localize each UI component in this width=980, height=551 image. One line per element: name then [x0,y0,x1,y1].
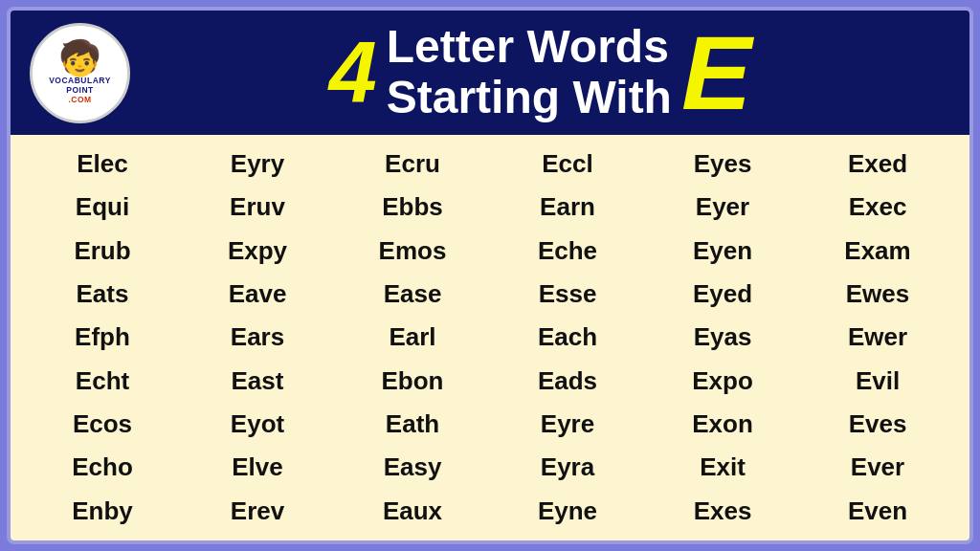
word-cell: Eyer [645,186,800,229]
word-cell: Elec [25,143,180,186]
word-cell: Eaux [335,490,490,533]
header-title: 4 Letter Words Starting With E [130,20,950,125]
word-cell: Exon [645,403,800,446]
word-cell: East [180,360,335,403]
number-4: 4 [329,30,377,116]
word-cell: Eads [490,360,645,403]
title-line1: Letter Words [387,22,672,73]
title-text: Letter Words Starting With [387,22,672,123]
word-cell: Ebbs [335,186,490,229]
word-cell: Ears [180,316,335,359]
word-cell: Esse [490,273,645,316]
word-cell: Erub [25,230,180,273]
word-cell: Ewes [800,273,955,316]
word-cell: Exed [800,143,955,186]
word-cell: Efph [25,316,180,359]
word-cell: Exes [645,490,800,533]
logo-text: VOCABULARY POINT .COM [49,76,111,105]
word-cell: Expy [180,230,335,273]
word-cell: Erev [180,490,335,533]
content: ElecEyryEcruEcclEyesExedEquiEruvEbbsEarn… [11,135,969,540]
word-cell: Ecos [25,403,180,446]
word-cell: Even [800,490,955,533]
word-cell: Ease [335,273,490,316]
header: 🧒 VOCABULARY POINT .COM 4 Letter Words S… [11,11,969,135]
letter-e: E [681,20,751,125]
word-cell: Eyra [490,446,645,489]
word-cell: Eves [800,403,955,446]
word-cell: Eats [25,273,180,316]
word-cell: Enby [25,490,180,533]
word-cell: Eche [490,230,645,273]
word-cell: Exit [645,446,800,489]
word-cell: Eccl [490,143,645,186]
word-cell: Evil [800,360,955,403]
outer-border: 🧒 VOCABULARY POINT .COM 4 Letter Words S… [7,7,973,544]
word-cell: Eruv [180,186,335,229]
word-cell: Ever [800,446,955,489]
word-cell: Expo [645,360,800,403]
word-cell: Eyne [490,490,645,533]
word-cell: Ewer [800,316,955,359]
word-cell: Eyry [180,143,335,186]
word-cell: Earl [335,316,490,359]
word-cell: Eyas [645,316,800,359]
word-cell: Exec [800,186,955,229]
logo: 🧒 VOCABULARY POINT .COM [30,23,130,123]
word-cell: Eave [180,273,335,316]
word-cell: Earn [490,186,645,229]
word-cell: Ecru [335,143,490,186]
word-cell: Eyed [645,273,800,316]
words-table: ElecEyryEcruEcclEyesExedEquiEruvEbbsEarn… [25,143,955,533]
word-cell: Eyes [645,143,800,186]
word-cell: Eyot [180,403,335,446]
word-cell: Elve [180,446,335,489]
logo-mascot: 🧒 [58,41,101,76]
word-cell: Equi [25,186,180,229]
word-cell: Eath [335,403,490,446]
word-cell: Exam [800,230,955,273]
word-cell: Eyre [490,403,645,446]
word-cell: Eyen [645,230,800,273]
word-cell: Each [490,316,645,359]
word-cell: Easy [335,446,490,489]
word-cell: Echt [25,360,180,403]
title-line2: Starting With [387,73,672,123]
word-cell: Emos [335,230,490,273]
word-cell: Ebon [335,360,490,403]
word-cell: Echo [25,446,180,489]
